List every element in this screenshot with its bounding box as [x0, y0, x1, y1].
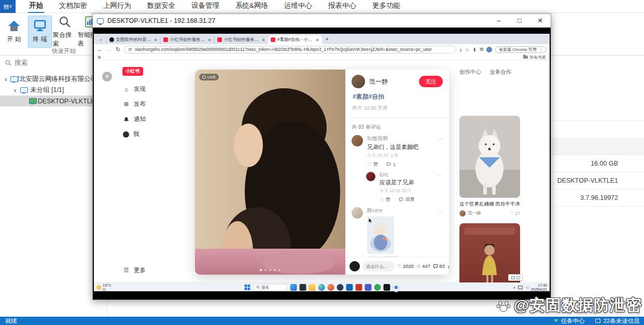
chrome-icon[interactable] [393, 284, 399, 291]
reco-likes[interactable]: ♡ 17 [510, 211, 520, 216]
more-icon[interactable]: ⋯ [438, 208, 443, 214]
dark-app-icon[interactable] [299, 284, 306, 291]
chevron-down-icon[interactable]: ∨ [12, 88, 18, 93]
nav-more[interactable]: ☰ 更多 [123, 266, 146, 274]
unread-messages-link[interactable]: 22条未读信息 [604, 317, 640, 325]
tree-node-ungrouped[interactable]: ∨ 未分组 [1/1] [0, 85, 107, 96]
apps-grid-icon[interactable]: ⊞ [97, 55, 101, 60]
back-button[interactable]: ← [97, 46, 103, 52]
like-button[interactable]: ♡ 2020 [397, 263, 414, 269]
maximize-button[interactable]: □ [509, 14, 530, 28]
outlook-icon[interactable] [346, 284, 353, 291]
menu-doc-encrypt[interactable]: 文档加密 [58, 0, 88, 13]
author-avatar[interactable] [352, 75, 365, 88]
weather-widget[interactable]: 19°C 晴 [96, 283, 111, 291]
photos-app-icon[interactable] [290, 284, 297, 291]
black-app-icon[interactable] [383, 284, 390, 291]
profile-avatar[interactable] [486, 47, 492, 52]
business-link[interactable]: 业务合作 [489, 69, 511, 76]
nav-me[interactable]: 我 [123, 130, 146, 138]
carousel-dots[interactable] [195, 269, 345, 271]
file-explorer-icon[interactable] [309, 284, 315, 291]
avatar[interactable] [366, 172, 375, 181]
chrome-update-chip[interactable]: 有新版 Chrome 可用 ⋮ [495, 46, 547, 53]
comments-button[interactable]: 83 [433, 263, 445, 269]
tree-search[interactable] [0, 56, 107, 70]
menu-system-network[interactable]: 系统&网络 [234, 0, 269, 13]
reco-title[interactable]: 这个世界乱糟糟 而你干干净净 [459, 201, 520, 208]
tab-douyin[interactable]: 安固软件的抖音 - 抖音 ✕ [106, 35, 160, 44]
avatar[interactable] [352, 207, 363, 219]
remote-window-titlebar[interactable]: DESKTOP-VLKTLE1 - 192.168.31.27 – □ ✕ [93, 14, 551, 28]
downloads-icon[interactable]: ⬇ [472, 47, 477, 52]
task-center-link[interactable]: 任务中心 [561, 317, 585, 325]
tab-xhs-post[interactable]: #素颜#自拍 - 小红书 ✕ [268, 35, 322, 44]
like-icon[interactable]: ♡ [380, 197, 384, 202]
ribbon-terminal-button[interactable]: 终 端 [28, 16, 52, 48]
avatar[interactable] [352, 135, 363, 146]
reload-button[interactable]: ↻ [116, 46, 120, 53]
tab-close-icon[interactable]: ✕ [153, 37, 157, 43]
more-icon[interactable]: ⋯ [438, 136, 443, 142]
minimize-button[interactable]: – [488, 14, 509, 28]
avatar[interactable] [459, 210, 466, 216]
nav-notifications[interactable]: 🔔︎ 通知 [123, 115, 146, 123]
tab-close-icon[interactable]: ✕ [207, 37, 211, 43]
bookmark-star-icon[interactable]: ☆ [465, 47, 470, 52]
chevron-down-icon[interactable]: ∨ [4, 77, 8, 82]
comment-user[interactable]: Eric [380, 172, 443, 178]
firefox-icon[interactable] [327, 284, 334, 291]
reply-icon[interactable] [399, 197, 403, 202]
install-icon[interactable]: ⤓ [460, 46, 462, 52]
like-icon[interactable]: ♡ [367, 162, 371, 167]
new-tab-button[interactable]: + [322, 36, 332, 42]
tree-node-company[interactable]: ∨ 河北安固云网络科技有限公司 [1/1] [0, 74, 107, 85]
reco-author[interactable]: 范一静 [468, 210, 481, 216]
tab-close-icon[interactable]: ✕ [261, 37, 265, 43]
menu-web-behavior[interactable]: 上网行为 [102, 0, 132, 13]
menu-more[interactable]: 更多功能 [371, 0, 401, 13]
modal-close-button[interactable]: ✕ [102, 72, 112, 82]
my-avatar[interactable] [349, 261, 360, 272]
app-icon[interactable] [337, 284, 343, 291]
tab-close-icon[interactable]: ✕ [315, 37, 319, 43]
taskbar-clock[interactable]: 17:40 2025/4/21 [531, 283, 547, 292]
green-app-icon[interactable] [374, 284, 381, 291]
all-bookmarks-button[interactable]: 所有书签 [523, 55, 546, 60]
comment-input[interactable] [362, 261, 395, 272]
ribbon-search-button[interactable]: 聚合搜索 [53, 16, 77, 48]
more-icon[interactable]: ⋯ [438, 173, 443, 179]
collect-button[interactable]: ☆ 447 [416, 263, 430, 269]
app-logo-button[interactable]: ▤˅ [0, 0, 16, 13]
tree-search-input[interactable] [15, 59, 92, 66]
network-icon[interactable] [518, 286, 523, 289]
edge-icon[interactable] [318, 284, 325, 291]
remote-toolbar[interactable] [508, 274, 523, 281]
wps-icon[interactable] [355, 284, 362, 291]
nav-publish[interactable]: ⊞ 发布 [123, 100, 146, 108]
nav-discover[interactable]: ⌂ 发现 [123, 85, 146, 93]
reply-count[interactable]: 1 [393, 162, 396, 167]
volume-icon[interactable]: ◁ [525, 286, 528, 290]
teams-icon[interactable] [365, 284, 371, 291]
menu-device-mgmt[interactable]: 设备管理 [190, 0, 220, 13]
clipboard-icon[interactable] [516, 276, 520, 279]
site-info-icon[interactable] [128, 47, 132, 51]
ribbon-home-button[interactable]: 开 始 [2, 16, 26, 48]
tab-xhs-creator-1[interactable]: 小红书创作服务平台 ✕ [160, 35, 214, 44]
menu-ops-center[interactable]: 运维中心 [283, 0, 313, 13]
reply-icon[interactable] [386, 162, 391, 167]
menu-data-security[interactable]: 数据安全 [146, 0, 176, 13]
like-label[interactable]: 赞 [373, 161, 378, 168]
forward-button[interactable]: → [106, 46, 112, 52]
menu-report-center[interactable]: 报表中心 [327, 0, 357, 13]
address-bar[interactable]: xiaohongshu.com/explore/6805029a00000000… [124, 46, 456, 53]
start-button[interactable] [244, 285, 250, 291]
comment-user[interactable]: 别整我啊 [367, 135, 443, 142]
tray-chevron-icon[interactable]: ∧ [513, 286, 515, 290]
reply-label[interactable]: 回复 [405, 196, 415, 203]
tab-xhs-creator-2[interactable]: 小红书创作服务平台 ✕ [214, 35, 268, 44]
extensions-icon[interactable]: ⧉ [480, 46, 483, 52]
follow-button[interactable]: 关注 [419, 76, 443, 87]
post-photo[interactable]: LIVE [195, 70, 345, 275]
